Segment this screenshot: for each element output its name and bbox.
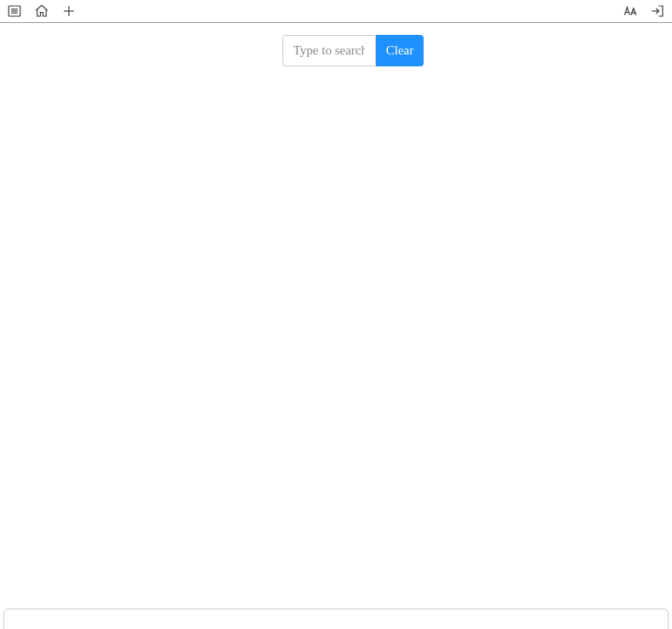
toolbar-right-group	[623, 3, 669, 19]
list-icon[interactable]	[7, 3, 22, 19]
login-icon[interactable]	[650, 3, 665, 19]
main-content: Clear	[0, 23, 672, 609]
top-toolbar	[0, 0, 672, 23]
search-input[interactable]	[282, 35, 376, 66]
search-row: Clear	[282, 35, 424, 66]
text-size-icon[interactable]	[623, 3, 638, 19]
home-icon[interactable]	[34, 3, 49, 19]
add-icon[interactable]	[61, 3, 77, 19]
bottom-panel	[3, 609, 669, 629]
toolbar-left-group	[3, 3, 77, 19]
clear-button[interactable]: Clear	[376, 35, 424, 66]
